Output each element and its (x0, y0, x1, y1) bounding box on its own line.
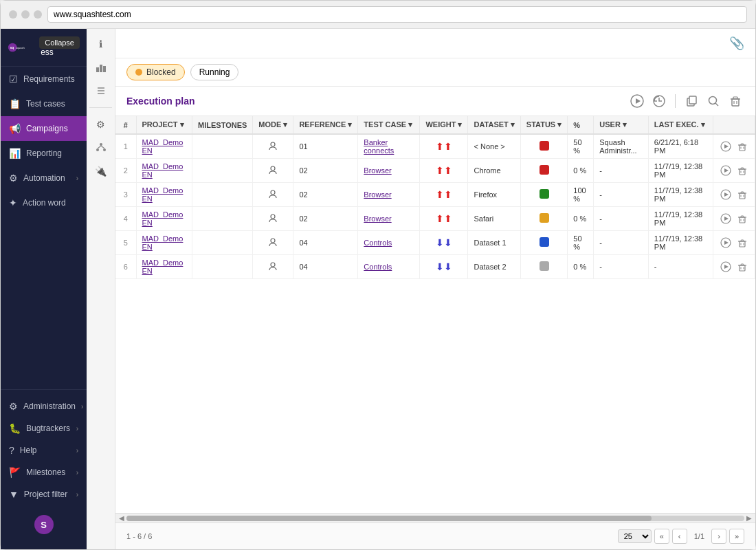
row-play-button[interactable] (719, 260, 733, 274)
cell-percent: 50 % (568, 134, 594, 159)
svg-point-53 (271, 239, 275, 243)
col-test-case[interactable]: TEST CASE ▾ (358, 116, 420, 134)
scroll-left-arrow[interactable]: ◀ (117, 514, 126, 523)
cell-num: 6 (115, 255, 136, 279)
copy-button[interactable] (682, 92, 700, 110)
sidebar-item-automation[interactable]: ⚙ Automation › (1, 166, 87, 190)
project-link[interactable]: MAD_Demo EN (142, 138, 184, 155)
cell-num: 1 (115, 134, 136, 159)
sidebar-logo: sq squash Collapse ess (1, 29, 87, 67)
cell-test-case: Banker connects (358, 134, 420, 159)
attachment-icon[interactable]: 📎 (729, 36, 744, 51)
col-last-exec[interactable]: LAST EXEC. ▾ (648, 116, 713, 134)
cell-mode (253, 159, 293, 183)
row-delete-button[interactable] (735, 140, 749, 153)
search-button[interactable] (704, 92, 722, 110)
next-page-button[interactable]: › (711, 529, 726, 544)
mode-icon (268, 213, 278, 223)
scroll-thumb[interactable] (126, 516, 652, 521)
sidebar-item-label: Campaigns (26, 124, 78, 133)
tab-running[interactable]: Running (190, 64, 239, 80)
browser-close[interactable] (9, 10, 17, 19)
per-page-select[interactable]: 25 50 100 (618, 529, 652, 543)
sidebar-item-project-filter[interactable]: ▼ Project filter › (1, 483, 87, 505)
col-dataset[interactable]: DATASET ▾ (468, 116, 520, 134)
browser-maximize[interactable] (34, 10, 42, 19)
tab-blocked[interactable]: Blocked (126, 64, 185, 80)
sidebar-item-action-word[interactable]: ✦ Action word (1, 190, 87, 215)
sidebar-item-help[interactable]: ? Help › (1, 439, 87, 461)
col-mode[interactable]: MODE ▾ (253, 116, 293, 134)
row-play-button[interactable] (719, 188, 733, 201)
col-reference[interactable]: REFERENCE ▾ (293, 116, 358, 134)
cell-num: 4 (115, 207, 136, 231)
project-link[interactable]: MAD_Demo EN (142, 258, 184, 275)
tree-icon-btn[interactable] (91, 138, 111, 157)
settings2-icon-btn[interactable]: ⚙ (91, 115, 111, 134)
cell-last-exec: - (648, 255, 713, 279)
delete-button[interactable] (726, 92, 744, 110)
browser-minimize[interactable] (21, 10, 30, 19)
user-avatar[interactable]: S (34, 515, 54, 534)
reporting-icon: 📊 (9, 148, 21, 159)
test-case-link[interactable]: Controls (364, 239, 392, 247)
row-play-button[interactable] (719, 164, 733, 177)
address-bar[interactable] (47, 6, 747, 23)
svg-point-46 (271, 214, 275, 219)
scroll-right-arrow[interactable]: ▶ (744, 514, 754, 523)
row-delete-button[interactable] (735, 260, 749, 274)
col-milestones[interactable]: MILESTONES (192, 116, 253, 134)
cell-status (520, 207, 567, 231)
row-delete-button[interactable] (735, 164, 749, 177)
col-weight[interactable]: WEIGHT ▾ (420, 116, 468, 134)
cell-dataset: Chrome (468, 159, 520, 183)
sidebar-item-administration[interactable]: ⚙ Administration › (1, 395, 87, 417)
col-project[interactable]: PROJECT ▾ (136, 116, 192, 134)
scroll-track[interactable] (126, 516, 744, 521)
svg-point-32 (271, 166, 275, 170)
play-button[interactable] (628, 92, 646, 110)
first-page-button[interactable]: « (654, 529, 669, 544)
col-user[interactable]: USER ▾ (594, 116, 649, 134)
test-case-link[interactable]: Browser (364, 166, 391, 175)
project-link[interactable]: MAD_Demo EN (142, 162, 184, 179)
test-case-link[interactable]: Controls (364, 263, 392, 271)
last-page-button[interactable]: » (729, 529, 744, 544)
chart-icon-btn[interactable] (91, 58, 111, 77)
table-container[interactable]: # PROJECT ▾ MILESTONES MODE ▾ REFERENCE … (115, 116, 755, 513)
test-case-link[interactable]: Browser (364, 214, 391, 223)
sidebar-item-label: Bugtrackers (26, 424, 71, 433)
test-cases-icon: 📋 (9, 98, 21, 109)
sidebar-item-bugtrackers[interactable]: 🐛 Bugtrackers › (1, 417, 87, 439)
test-case-link[interactable]: Banker connects (364, 138, 394, 155)
row-delete-button[interactable] (735, 236, 749, 250)
cell-user: - (594, 255, 649, 279)
col-num[interactable]: # (115, 116, 136, 134)
sidebar-item-requirements[interactable]: ☑ Requirements (1, 67, 87, 91)
svg-rect-3 (96, 67, 99, 72)
table-row: 1 MAD_Demo EN 01 Banker connects ⬆⬆ < No… (115, 134, 755, 159)
project-link[interactable]: MAD_Demo EN (142, 234, 184, 251)
project-link[interactable]: MAD_Demo EN (142, 186, 184, 203)
history-button[interactable] (650, 92, 668, 110)
sidebar-item-test-cases[interactable]: 📋 Test cases (1, 91, 87, 116)
horizontal-scrollbar[interactable]: ◀ ▶ (115, 513, 755, 522)
sidebar-item-campaigns[interactable]: 📢 Campaigns (1, 116, 87, 141)
row-play-button[interactable] (719, 212, 733, 226)
sidebar-item-reporting[interactable]: 📊 Reporting (1, 141, 87, 166)
row-play-button[interactable] (719, 236, 733, 250)
test-case-link[interactable]: Browser (364, 190, 391, 199)
row-play-button[interactable] (719, 140, 733, 153)
prev-page-button[interactable]: ‹ (672, 529, 687, 544)
info-icon-btn[interactable]: ℹ (91, 34, 111, 54)
cell-milestones (192, 159, 253, 183)
col-status[interactable]: STATUS ▾ (520, 116, 567, 134)
row-delete-button[interactable] (735, 212, 749, 226)
project-link[interactable]: MAD_Demo EN (142, 210, 184, 227)
plug-icon-btn[interactable]: 🔌 (91, 162, 111, 181)
sidebar-item-milestones[interactable]: 🚩 Milestones › (1, 461, 87, 483)
status-dot (540, 189, 549, 199)
col-percent[interactable]: % (568, 116, 594, 134)
list-icon-btn[interactable] (91, 81, 111, 100)
row-delete-button[interactable] (735, 188, 749, 201)
